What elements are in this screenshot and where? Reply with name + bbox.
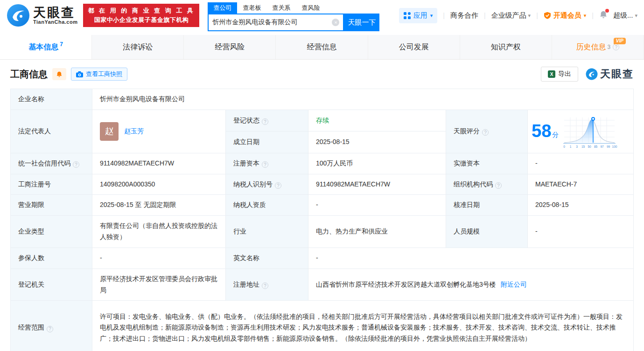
avatar[interactable]: 赵 [100,122,119,141]
tab-history-info[interactable]: VIP 历史信息 3 [552,35,644,59]
notification-dot [605,9,609,13]
help-icon[interactable] [262,282,268,289]
approval-date-value: 2025-08-15 [528,195,634,216]
search-area: 查公司 查老板 查关系 查风险 天眼一下 [208,2,379,31]
business-scope-value: 许可项目：发电业务、输电业务、供（配）电业务。（依法须经批准的项目，经相关部门批… [92,301,634,351]
nav-enterprise-label: 企业级产品 [491,11,526,20]
field-label: 英文名称 [226,248,308,268]
staff-size-value: - [528,216,634,248]
field-label: 注册资本 [226,153,308,174]
reg-address-label: 注册地址 [233,281,259,288]
nav-separator: | [443,12,445,19]
table-row: 参保人数 - 英文名称 - [11,248,634,268]
clear-icon[interactable] [332,19,339,26]
reg-capital-value: 100万人民币 [308,153,446,174]
tab-basic-info-badge: 7 [60,41,63,48]
nav-enterprise[interactable]: 企业级产品 [491,11,531,20]
table-row: 企业类型 有限责任公司（非自然人投资或控股的法人独资） 行业 电力、热力生产和供… [11,216,634,248]
help-icon[interactable] [262,161,268,168]
table-row: 营业期限 2025-08-15 至 无固定期限 纳税人资质 - 核准日期 202… [11,195,634,216]
table-row: 经营范围 许可项目：发电业务、输电业务、供（配）电业务。（依法须经批准的项目，经… [11,301,634,351]
notifications-bell[interactable] [599,10,608,21]
field-label: 注册地址 [226,268,308,301]
credit-code-value: 91140982MAETAECH7W [92,153,226,174]
industry-value: 电力、热力生产和供应业 [308,216,446,248]
field-label: 核准日期 [446,195,528,216]
camera-icon [76,71,83,77]
tab-business-info[interactable]: 经营信息 [276,35,368,59]
org-code-value: MAETAECH-7 [528,174,634,195]
status-badge: 存续 [316,117,329,124]
tab-operating-risk[interactable]: 经营风险 [184,35,276,59]
top-header: 天眼查 TianYanCha.com 都 在 用 的 商 业 查 询 工 具 国… [0,0,644,31]
reg-authority-value: 原平经济技术开发区管理委员会行政审批局 [92,268,226,301]
nav-user-account[interactable]: 超级... [613,11,637,20]
search-tab-risk[interactable]: 查风险 [296,2,325,14]
nav-apps[interactable]: 应用 [399,8,438,23]
tab-basic-info[interactable]: 基本信息 7 [0,35,92,59]
field-label: 参保人数 [11,248,92,268]
tab-history-info-badge: 3 [608,44,611,50]
tab-operating-risk-label: 经营风险 [215,42,245,52]
nav-open-vip[interactable]: 开通会员 [544,11,587,20]
nearby-companies-link[interactable]: 附近公司 [501,281,527,288]
search-button[interactable]: 天眼一下 [344,14,379,31]
field-label: 纳税人识别号 [226,174,308,195]
tab-company-development[interactable]: 公司发展 [368,35,460,59]
tab-company-development-label: 公司发展 [399,42,429,52]
english-name-value: - [308,248,634,268]
search-tab-company[interactable]: 查公司 [208,2,237,14]
banner-line1: 都 在 用 的 商 业 查 询 工 具 [88,6,195,15]
nav-user-label: 超级... [613,11,633,20]
field-label: 登记机关 [11,268,92,301]
company-section-tabs: 基本信息 7 法律诉讼 经营风险 经营信息 公司发展 知识产权 VIP 历史信息… [0,35,644,60]
field-label: 纳税人资质 [226,195,308,216]
snapshot-button[interactable]: 查看工商快照 [71,68,127,81]
reg-number-value: 14098200A000350 [92,174,226,195]
tab-history-info-label: 历史信息 [576,42,606,52]
tab-intellectual-property[interactable]: 知识产权 [460,35,552,59]
nav-separator: | [536,12,538,19]
field-label: 统一社会信用代码 [11,153,92,174]
app-grid-icon [404,12,411,19]
axis-tick: 100 [612,145,617,148]
field-label: 实缴资本 [446,153,528,174]
logo-text-cn: 天眼查 [33,6,77,19]
watermark-text: 天眼查 [600,67,634,81]
reg-status-label: 登记状态 [233,117,259,124]
export-button[interactable]: 导出 [541,67,578,82]
crown-shield-icon [544,12,551,19]
nav-cooperation[interactable]: 商务合作 [450,11,478,20]
field-label: 天眼评分 [446,110,528,153]
search-tab-relation[interactable]: 查关系 [266,2,296,14]
snapshot-button-label: 查看工商快照 [86,70,122,78]
axis-tick: 0 [563,145,565,148]
search-input[interactable] [212,19,332,26]
insured-count-value: - [92,248,226,268]
axis-tick: 50 [588,145,592,148]
nav-apps-label: 应用 [413,11,427,20]
excel-icon [548,70,555,78]
score-distribution-chart: 0 1 3 15 50 85 97 99 100 [562,114,617,149]
tianyancha-logo[interactable]: 天眼查 TianYanCha.com [7,4,77,27]
axis-tick: 97 [601,145,604,148]
taxpayer-id-value: 91140982MAETAECH7W [308,174,446,195]
tab-basic-info-label: 基本信息 [28,42,58,52]
search-tab-boss[interactable]: 查老板 [237,2,266,14]
help-icon[interactable] [613,44,619,50]
watermark-logo: 天眼查 [586,67,634,81]
legal-rep-link[interactable]: 赵玉芳 [124,126,144,137]
tab-legal[interactable]: 法律诉讼 [92,35,184,59]
help-icon[interactable] [73,161,79,168]
help-icon[interactable] [47,326,53,332]
field-label: 经营范围 [11,301,92,351]
field-label: 法定代表人 [11,110,92,153]
section-title: 工商信息 [10,68,48,81]
help-icon[interactable] [275,182,281,189]
help-icon[interactable] [482,129,489,136]
reg-status-value: 存续 [308,110,446,131]
field-label: 企业名称 [11,89,92,110]
help-icon[interactable] [262,118,268,125]
subscribe-bell-button[interactable] [52,68,66,80]
help-icon[interactable] [495,182,502,189]
